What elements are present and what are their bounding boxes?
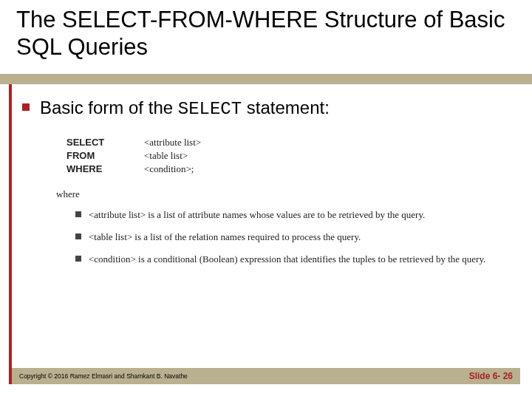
syntax-keyword: FROM <box>66 150 144 162</box>
square-bullet-icon <box>75 233 81 239</box>
syntax-arg: <table list> <box>144 150 188 162</box>
bullet-item: Basic form of the SELECT statement: <box>22 96 510 120</box>
square-bullet-icon <box>22 103 30 111</box>
definition-text: <table list> is a list of the relation n… <box>89 230 361 245</box>
slide-title: The SELECT-FROM-WHERE Structure of Basic… <box>16 6 516 61</box>
syntax-arg: <condition>; <box>144 163 194 175</box>
syntax-arg: <attribute list> <box>144 137 201 149</box>
bullet-code: SELECT <box>178 99 242 119</box>
definition-text: <condition> is a conditional (Boolean) e… <box>89 252 485 267</box>
title-underline <box>0 74 532 84</box>
syntax-block: SELECT <attribute list> FROM <table list… <box>66 137 510 175</box>
square-bullet-icon <box>75 256 81 262</box>
square-bullet-icon <box>75 211 81 217</box>
definition-text: <attribute list> is a list of attribute … <box>89 208 425 222</box>
body-area: Basic form of the SELECT statement: SELE… <box>22 96 510 275</box>
bullet-text: Basic form of the SELECT statement: <box>40 96 330 120</box>
syntax-row: FROM <table list> <box>66 150 510 162</box>
syntax-row: WHERE <condition>; <box>66 163 510 175</box>
where-label: where <box>56 188 510 200</box>
footer: Copyright © 2016 Ramez Elmasri and Shamk… <box>12 368 520 384</box>
syntax-keyword: SELECT <box>66 137 144 149</box>
title-block: The SELECT-FROM-WHERE Structure of Basic… <box>16 6 516 61</box>
copyright-text: Copyright © 2016 Ramez Elmasri and Shamk… <box>19 372 188 380</box>
syntax-keyword: WHERE <box>66 163 144 175</box>
definition-item: <table list> is a list of the relation n… <box>75 230 504 245</box>
syntax-row: SELECT <attribute list> <box>66 137 510 149</box>
definition-item: <attribute list> is a list of attribute … <box>75 208 504 222</box>
bullet-prefix: Basic form of the <box>40 98 178 117</box>
slide-number: Slide 6- 26 <box>469 371 513 381</box>
bullet-suffix: statement: <box>242 98 330 117</box>
definition-item: <condition> is a conditional (Boolean) e… <box>75 252 504 267</box>
accent-vertical-bar <box>9 84 12 384</box>
definitions-list: <attribute list> is a list of attribute … <box>75 208 510 267</box>
slide: The SELECT-FROM-WHERE Structure of Basic… <box>0 0 532 399</box>
